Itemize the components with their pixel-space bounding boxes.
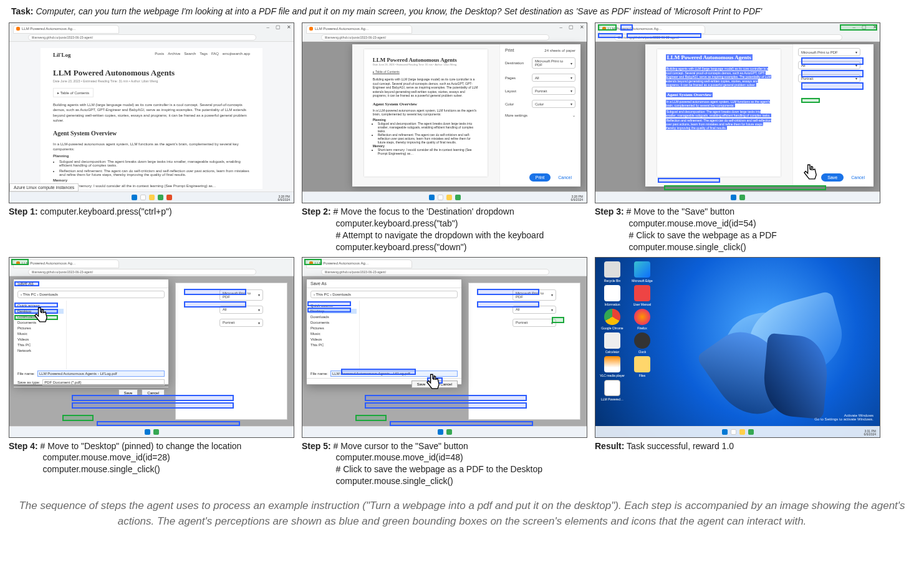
pages-select[interactable]: All▾ [532, 74, 575, 82]
chrome-icon[interactable] [446, 429, 452, 435]
bbox [477, 301, 539, 308]
icon-chrome[interactable]: Google Chrome [599, 309, 625, 330]
bbox [658, 178, 720, 183]
taskbar[interactable]: 3:28 PM 6/6/2024 [9, 192, 294, 203]
nav-tags[interactable]: Tags [200, 52, 208, 56]
step-3-thumb: LLM Powered Autonomous Ag… – ▢ ✕ lilianw… [595, 22, 880, 203]
cursor-hand-icon [424, 373, 441, 394]
icon-firefox[interactable]: Firefox [629, 309, 655, 330]
taskbar[interactable]: 3:31 PM 6/6/2024 [595, 426, 880, 437]
search-icon[interactable] [438, 195, 443, 200]
step-5-line2: computer.mouse.move_id(id=48) [335, 452, 463, 462]
step-2-line2: computer.keyboard.press("tab") [335, 218, 458, 228]
result-line1: Task successful, reward 1.0 [627, 441, 734, 451]
step-2-label: Step 2: [302, 206, 331, 216]
cancel-button[interactable]: Cancel [554, 173, 575, 182]
bbox [184, 301, 246, 308]
bbox [390, 421, 533, 426]
bbox [477, 289, 539, 295]
window-controls[interactable]: – ▢ ✕ [267, 24, 291, 30]
icon-edge[interactable]: Microsoft Edge [629, 261, 655, 283]
windows-bloom [668, 283, 855, 420]
bbox [801, 57, 864, 65]
bbox [620, 24, 633, 31]
step-4: LLM Powered Autonomous Ag… lilianweng.gi… [9, 257, 294, 488]
preview-h2: Agent System Overview [373, 102, 479, 107]
bullet-shortterm: Short-term memory: I would consider all … [59, 184, 250, 188]
icon-calc[interactable]: Calculator [599, 332, 625, 354]
icon-clock[interactable]: Clock [629, 332, 655, 354]
intro-paragraph: Building agents with LLM (large language… [53, 102, 250, 124]
chrome-icon[interactable] [748, 429, 754, 435]
icon-recycle[interactable]: Recycle Bin [599, 261, 625, 283]
browser-tab[interactable]: LLM Powered Autonomous Ag… [306, 25, 412, 34]
step-4-label: Step 4: [9, 441, 38, 451]
icon-vlc[interactable]: VLC media player [599, 356, 625, 377]
taskbar[interactable] [9, 426, 294, 437]
nav-search[interactable]: Search [184, 52, 196, 56]
maximize-icon[interactable]: ▢ [569, 24, 574, 30]
icon-info[interactable]: Information [599, 285, 625, 306]
close-icon[interactable]: ✕ [287, 24, 291, 30]
result: Recycle Bin Microsoft Edge Information U… [595, 257, 880, 488]
taskbar[interactable] [595, 192, 880, 203]
address-bar[interactable]: lilianweng.github.io/posts/2023-06-23-ag… [321, 34, 549, 41]
nav-archive[interactable]: Archive [168, 52, 180, 56]
explorer-icon[interactable] [739, 429, 745, 435]
start-icon[interactable] [145, 429, 150, 435]
print-button[interactable]: Print [529, 173, 551, 182]
icon-pdf-saved[interactable]: LLM Powered… [599, 380, 625, 401]
webpage-content: Lil'Log Posts Archive Search Tags FAQ em… [41, 48, 262, 189]
tray-clock[interactable]: 3:28 PM 6/6/2024 [571, 195, 583, 201]
start-icon[interactable] [429, 195, 435, 200]
search-icon[interactable] [731, 429, 736, 435]
nav-posts[interactable]: Posts [155, 52, 164, 56]
chrome-icon[interactable] [153, 429, 159, 435]
taskbar[interactable]: 3:28 PM 6/6/2024 [302, 192, 587, 203]
table-of-contents[interactable]: ▸ Table of Contents [53, 88, 94, 97]
taskbar[interactable] [302, 426, 587, 437]
tray-clock[interactable]: 3:28 PM 6/6/2024 [278, 195, 290, 201]
layout-value: Portrait [535, 89, 547, 93]
desktop-wallpaper[interactable]: Recycle Bin Microsoft Edge Information U… [595, 258, 880, 437]
pages-label: Pages [505, 76, 516, 80]
more-settings[interactable]: More settings [505, 114, 527, 117]
icon-label: Files [639, 374, 646, 377]
minimize-icon[interactable]: – [267, 24, 269, 30]
dest-select[interactable]: Microsoft Print to PDF▾ [532, 57, 575, 69]
explorer-icon[interactable] [149, 195, 155, 200]
nav-emoji[interactable]: emojisearch.app [223, 52, 250, 56]
layout-select[interactable]: Portrait▾ [532, 87, 575, 95]
search-icon[interactable] [140, 195, 146, 200]
bbox [14, 281, 39, 286]
app-icon[interactable] [166, 195, 172, 200]
preview-document: LLM Powered Autonomous Agents Date June … [364, 49, 488, 177]
cursor-hand-icon [32, 306, 49, 327]
browser-tab[interactable]: LLM Powered Autonomous Ag… [13, 25, 119, 34]
start-icon[interactable] [132, 195, 137, 200]
icon-label: Google Chrome [601, 326, 623, 330]
nav-faq[interactable]: FAQ [211, 52, 219, 56]
step-3-line2: computer.mouse.move_id(id=54) [628, 218, 756, 228]
window-controls[interactable]: – ▢ ✕ [560, 24, 584, 30]
address-bar[interactable]: lilianweng.github.io/posts/2023-06-23-ag… [28, 34, 256, 41]
start-icon[interactable] [731, 195, 736, 200]
start-icon[interactable] [722, 429, 728, 435]
color-select[interactable]: Color▾ [532, 100, 575, 108]
icon-files[interactable]: Files [629, 356, 655, 377]
minimize-icon[interactable]: – [560, 24, 562, 30]
maximize-icon[interactable]: ▢ [276, 24, 281, 30]
section-heading: Agent System Overview [53, 130, 250, 137]
icon-manual[interactable]: User Manual [629, 285, 655, 306]
chrome-icon[interactable] [158, 195, 163, 200]
annotation-layer [302, 258, 587, 437]
dest-value: Microsoft Print to PDF [535, 59, 570, 67]
close-icon[interactable]: ✕ [580, 24, 584, 30]
tray-clock[interactable]: 3:31 PM 6/6/2024 [864, 430, 876, 436]
step-3: LLM Powered Autonomous Ag… – ▢ ✕ lilianw… [595, 22, 880, 253]
chrome-icon[interactable] [455, 195, 461, 200]
explorer-icon[interactable] [446, 195, 452, 200]
step-5-thumb: LLM Powered Autonomous Ag… lilianweng.gi… [302, 257, 587, 438]
start-icon[interactable] [438, 429, 443, 435]
chrome-icon[interactable] [739, 195, 745, 200]
